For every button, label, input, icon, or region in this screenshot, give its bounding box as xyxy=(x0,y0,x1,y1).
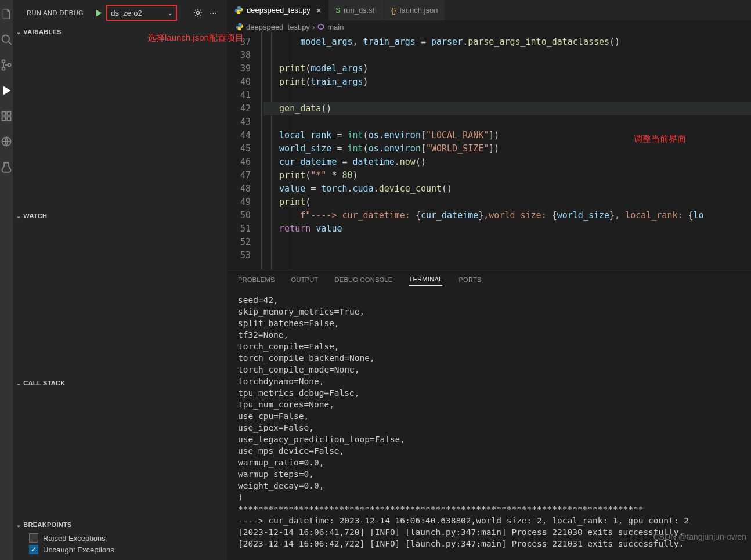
debug-config-dropdown[interactable]: ds_zero2 ⌄ xyxy=(106,5,177,21)
debug-config-selected: ds_zero2 xyxy=(111,9,142,17)
svg-rect-6 xyxy=(2,117,6,120)
checkbox-unchecked-icon[interactable] xyxy=(29,533,38,543)
section-header-callstack[interactable]: ⌄CALL STACK xyxy=(13,377,227,389)
tab-deepspeed-test[interactable]: deepspeed_test.py × xyxy=(228,0,329,20)
code-content[interactable]: model_args, train_args = parser.parse_ar… xyxy=(263,33,751,262)
tab-ports[interactable]: PORTS xyxy=(458,276,481,286)
breakpoint-raised-exceptions[interactable]: Raised Exceptions xyxy=(29,533,227,543)
run-debug-icon[interactable] xyxy=(1,85,12,96)
line-numbers: 3738394041424344454647484950515253 xyxy=(228,33,261,270)
section-header-breakpoints[interactable]: ⌄BREAKPOINTS xyxy=(13,518,227,531)
testing-icon[interactable] xyxy=(1,161,12,173)
breakpoint-uncaught-exceptions[interactable]: ✓ Uncaught Exceptions xyxy=(29,545,227,554)
chevron-down-icon: ⌄ xyxy=(16,213,21,219)
tab-problems[interactable]: PROBLEMS xyxy=(238,276,275,286)
start-debug-icon[interactable] xyxy=(94,9,103,17)
section-breakpoints: ⌄BREAKPOINTS Raised Exceptions ✓ Uncaugh… xyxy=(13,518,227,560)
tab-terminal[interactable]: TERMINAL xyxy=(409,276,442,286)
section-header-watch[interactable]: ⌄WATCH xyxy=(13,209,227,222)
svg-point-0 xyxy=(2,35,10,43)
watermark: CSDN @tangjunjun-owen xyxy=(653,532,746,541)
annotation-adjust-ui: 调整当前界面 xyxy=(634,133,686,144)
bottom-panel: PROBLEMS OUTPUT DEBUG CONSOLE TERMINAL P… xyxy=(228,270,751,560)
svg-point-3 xyxy=(8,64,11,67)
section-watch: ⌄WATCH xyxy=(13,209,227,222)
panel-title: RUN AND DEBUG xyxy=(27,9,84,16)
shell-file-icon: $ xyxy=(336,6,340,15)
python-file-icon xyxy=(236,23,244,31)
editor-group: deepspeed_test.py × $ run_ds.sh {} launc… xyxy=(228,0,751,560)
svg-rect-5 xyxy=(7,112,10,115)
panel-tabs: PROBLEMS OUTPUT DEBUG CONSOLE TERMINAL P… xyxy=(228,270,751,291)
chevron-down-icon: ⌄ xyxy=(16,29,21,35)
json-file-icon: {} xyxy=(391,6,396,15)
tab-launch-json[interactable]: {} launch.json xyxy=(384,0,445,20)
svg-rect-7 xyxy=(7,117,10,120)
python-file-icon xyxy=(234,6,243,15)
svg-rect-4 xyxy=(2,112,6,115)
chevron-down-icon: ⌄ xyxy=(16,380,21,386)
extensions-icon[interactable] xyxy=(1,110,12,122)
annotation-select-config: 选择launch.json配置项目 xyxy=(147,32,244,44)
code-editor[interactable]: 调整当前界面 373839404142434445464748495051525… xyxy=(228,33,751,270)
svg-point-2 xyxy=(2,67,5,70)
chevron-down-icon: ⌄ xyxy=(168,10,172,16)
gear-icon[interactable] xyxy=(193,8,203,17)
search-icon[interactable] xyxy=(1,34,12,45)
tab-debug-console[interactable]: DEBUG CONSOLE xyxy=(335,276,393,286)
remote-icon[interactable] xyxy=(1,136,12,147)
terminal-output[interactable]: seed=42, skip_memory_metrics=True, split… xyxy=(228,291,751,560)
debug-sidebar: RUN AND DEBUG ds_zero2 ⌄ ⋯ ⌄VARIABLES ⌄W… xyxy=(13,0,228,560)
close-icon[interactable]: × xyxy=(316,5,322,15)
files-icon[interactable] xyxy=(1,8,12,20)
more-actions-icon[interactable]: ⋯ xyxy=(210,9,217,17)
activity-bar xyxy=(0,0,13,560)
section-callstack: ⌄CALL STACK xyxy=(13,377,227,389)
tab-bar: deepspeed_test.py × $ run_ds.sh {} launc… xyxy=(228,0,751,20)
breadcrumb[interactable]: deepspeed_test.py › main xyxy=(228,20,751,33)
tab-run-ds[interactable]: $ run_ds.sh xyxy=(329,0,384,20)
symbol-method-icon xyxy=(317,23,325,31)
checkbox-checked-icon[interactable]: ✓ xyxy=(29,545,38,554)
svg-point-1 xyxy=(2,60,5,63)
svg-point-9 xyxy=(197,12,200,15)
tab-output[interactable]: OUTPUT xyxy=(291,276,319,286)
chevron-down-icon: ⌄ xyxy=(16,522,21,528)
scm-icon[interactable] xyxy=(1,59,12,71)
run-debug-header: RUN AND DEBUG ds_zero2 ⌄ ⋯ xyxy=(13,0,227,26)
